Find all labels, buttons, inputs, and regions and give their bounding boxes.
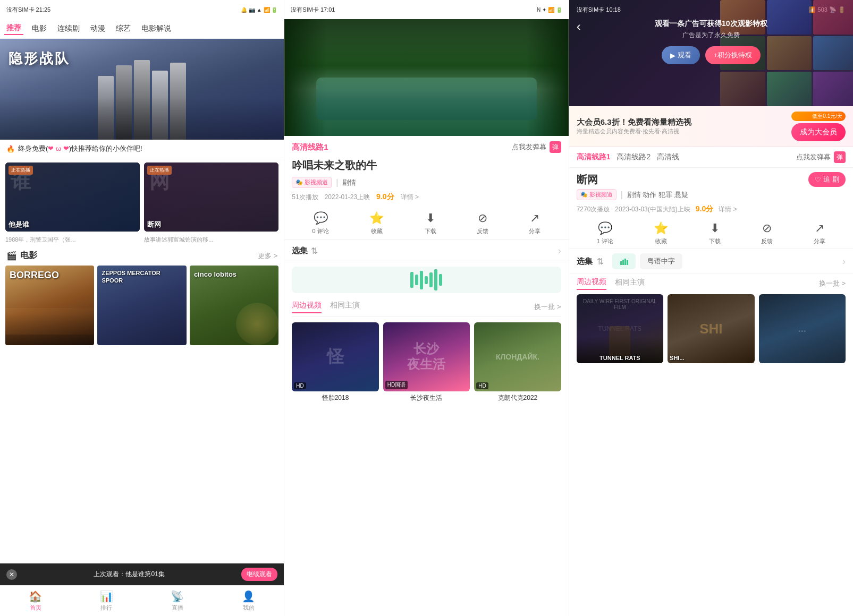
action-comment-2[interactable]: 💬 0 评论 [313, 211, 329, 235]
action-comment-3[interactable]: 💬 1 评论 [597, 221, 613, 245]
danmu-btn-2[interactable]: 点我发弹幕 弹 [512, 141, 561, 153]
status-time-3: 没有SIM卡 10:18 [577, 6, 621, 14]
ad-watch-btn[interactable]: ▶ 观看 [662, 46, 700, 64]
toast-text: 上次观看：他是谁第01集 [94, 570, 164, 579]
sort-icon-3[interactable]: ⇅ [597, 256, 604, 267]
action-collect-3[interactable]: ⭐ 收藏 [654, 221, 668, 245]
sort-icon-2[interactable]: ⇅ [311, 246, 318, 256]
related-tab-nearby-2[interactable]: 周边视频 [292, 301, 322, 313]
action-download-2[interactable]: ⬇ 下载 [425, 211, 436, 235]
related-item-3-3[interactable]: ... [759, 294, 846, 363]
show1-desc: 1988年，刑警卫国平（张... [5, 236, 140, 244]
related-item-2[interactable]: 长沙夜生活 HD国语 长沙夜生活 [383, 322, 470, 403]
score-3: 9.0分 [696, 204, 713, 214]
related-title-2: 长沙夜生活 [383, 393, 470, 403]
collect-icon-3: ⭐ [654, 221, 668, 235]
live-icon: 📡 [171, 590, 184, 603]
bar-4 [425, 276, 428, 284]
related-item-3-1[interactable]: TUNNEL RATS DAILY WIRE FIRST ORIGINAL FI… [577, 294, 663, 363]
air-date-2: 2022-01-23上映 [325, 193, 370, 202]
detail-link-2[interactable]: 详情 > [401, 193, 419, 202]
refresh-link-2[interactable]: 换一批 > [534, 301, 561, 313]
related-item-3-2[interactable]: SHI SHI... [668, 294, 754, 363]
show-title-text-2: 吟唱未来之歌的牛 [292, 159, 377, 171]
tab-anime[interactable]: 动漫 [88, 23, 107, 35]
action-share-3[interactable]: ↗ 分享 [814, 221, 825, 245]
hd-tab-2[interactable]: 高清线路2 [616, 152, 651, 162]
featured-show-1[interactable]: 谁 正在热播 他是谁 [5, 162, 140, 232]
nav-rank[interactable]: 📊 排行 [100, 590, 113, 612]
nav-live[interactable]: 📡 直播 [171, 590, 184, 612]
movie-more-link[interactable]: 更多 > [258, 251, 277, 261]
movie-borrego[interactable]: BORREGO [5, 266, 94, 345]
ep-btn-sub[interactable]: 粤语中字 [640, 253, 682, 269]
hd-tabs-row-3: 高清线路1 高清线路2 高清线 点我发弹幕 弹 [569, 147, 853, 168]
tab-review[interactable]: 电影解说 [139, 23, 173, 35]
related-item-1[interactable]: 怪 HD 怪胎2018 [292, 322, 378, 403]
vip-join-btn[interactable]: 成为大会员 [791, 123, 846, 141]
tab-variety[interactable]: 综艺 [114, 23, 133, 35]
status-icons-2: N ✦ 📶 🔋 [537, 7, 562, 13]
tab-recommend[interactable]: 推荐 [4, 22, 23, 35]
status-time-2: 没有SIM卡 17:01 [291, 6, 335, 14]
episode-arrow-3[interactable]: › [842, 256, 846, 267]
episode-arrow-2[interactable]: › [558, 245, 561, 256]
related-item-3[interactable]: КЛОНДАЙК. HD 克朗代克2022 [474, 322, 561, 403]
profile-icon: 👤 [242, 590, 255, 603]
related-tab-nearby-3[interactable]: 周边视频 [577, 277, 606, 290]
related-tab-cast-2[interactable]: 相同主演 [330, 301, 360, 313]
hero-banner[interactable]: 隐形战队 [0, 39, 284, 140]
panel-home: 没有SIM卡 21:25 🔔 📷 ▲ 📶 🔋 推荐 电影 连续剧 动漫 综艺 电… [0, 0, 284, 616]
movie-grid: BORREGO ZEPPOS MERCATOR SPOOR cinco lobi… [0, 266, 284, 345]
hd-tab-3[interactable]: 高清线 [657, 152, 679, 162]
related-tab-cast-3[interactable]: 相同主演 [615, 278, 645, 289]
nav-profile[interactable]: 👤 我的 [242, 590, 255, 612]
hd-tab-1[interactable]: 高清线路1 [577, 152, 611, 162]
back-btn-3[interactable]: ‹ [577, 19, 581, 34]
follow-btn-3[interactable]: ♡ 追 剧 [808, 172, 846, 187]
bar-1 [410, 272, 413, 288]
continue-watch-btn[interactable]: 继续观看 [241, 568, 277, 581]
panel-detail: 没有SIM卡 10:18 📶 503 📡 🔋 ‹ 观看一条广告可获得10次观影特… [569, 0, 853, 616]
tab-drama[interactable]: 连续剧 [55, 23, 82, 35]
tab-movie[interactable]: 电影 [30, 23, 49, 35]
feedback-label-2: 反馈 [477, 227, 488, 235]
nav-home[interactable]: 🏠 首页 [29, 590, 42, 612]
danmu-btn-3[interactable]: 点我发弹幕 弹 [796, 151, 846, 163]
movie-zeppos[interactable]: ZEPPOS MERCATOR SPOOR [97, 266, 186, 345]
video-player[interactable] [284, 19, 568, 136]
movie-cinco[interactable]: cinco lobitos [190, 266, 278, 345]
rank-icon: 📊 [100, 590, 113, 603]
action-collect-2[interactable]: ⭐ 收藏 [369, 211, 384, 235]
mosaic-8 [767, 72, 812, 106]
comment-icon-3: 💬 [598, 221, 612, 235]
bar-5 [429, 272, 433, 287]
channel-tag-3: 🎭 影视频道 [577, 189, 616, 200]
fire-icon: 🔥 [6, 145, 15, 153]
vip-sub-text: 海量精选会员内容免费看·抢先看·高清视 [577, 127, 691, 135]
ad-exchange-btn[interactable]: +积分换特权 [705, 46, 761, 64]
share-label-2: 分享 [529, 227, 540, 235]
ep-btn-bar[interactable] [612, 253, 636, 269]
featured-show-2[interactable]: 网 正在热播 断网 [144, 162, 278, 232]
svg-rect-3 [627, 260, 628, 265]
bar-3 [420, 271, 423, 289]
related-section-3: 周边视频 相同主演 换一批 > TUNNEL RATS DAILY WIRE F… [569, 274, 853, 366]
related-grid-2: 怪 HD 怪胎2018 长沙夜生活 HD国语 长沙夜生活 [292, 322, 561, 403]
action-download-3[interactable]: ⬇ 下载 [709, 221, 721, 245]
action-feedback-3[interactable]: ⊘ 反馈 [761, 221, 773, 245]
episode-section-3: 选集 ⇅ 粤语中字 › [569, 249, 853, 274]
refresh-link-3[interactable]: 换一批 > [819, 279, 846, 288]
movie-section-title: 🎬 电影 [6, 250, 37, 261]
action-share-2[interactable]: ↗ 分享 [529, 211, 540, 235]
action-feedback-2[interactable]: ⊘ 反馈 [477, 211, 488, 235]
bottom-nav-1: 🏠 首页 📊 排行 📡 直播 👤 我的 [0, 585, 284, 616]
toast-close-btn[interactable]: ✕ [6, 569, 17, 580]
hd-badge-2[interactable]: 高清线路1 [292, 142, 328, 152]
related-thumb-3-1: TUNNEL RATS DAILY WIRE FIRST ORIGINAL FI… [577, 294, 663, 363]
meta-row-2: 51次播放 2022-01-23上映 9.0分 详情 > [284, 192, 568, 207]
shilom-title: SHI... [670, 355, 685, 361]
collect-label-3: 收藏 [655, 237, 667, 245]
detail-link-3[interactable]: 详情 > [719, 205, 737, 214]
hd-badge-3-thumb: HD [476, 382, 488, 389]
